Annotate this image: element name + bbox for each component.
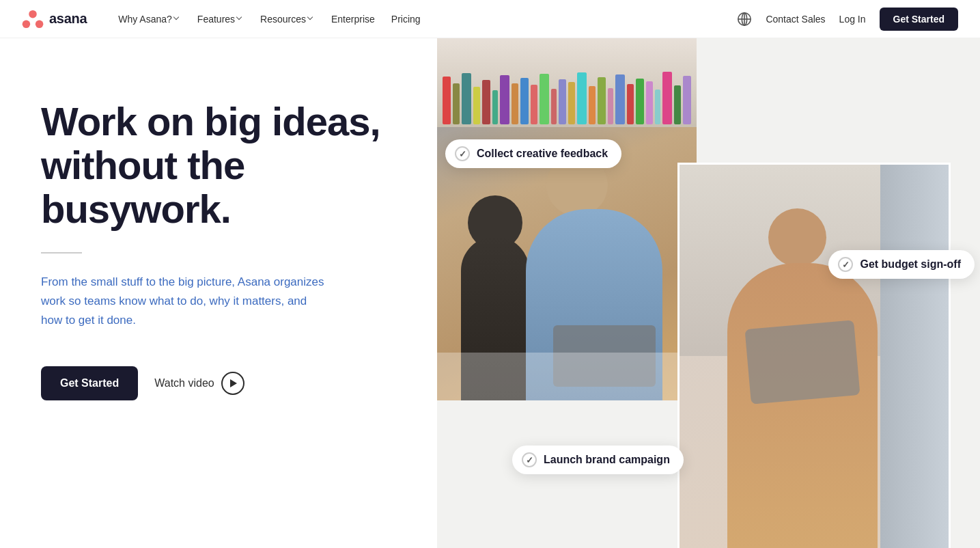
hero-title: Work on big ideas, without the busywork. bbox=[41, 100, 396, 230]
check-icon-campaign: ✓ bbox=[522, 452, 537, 467]
hero-section: Work on big ideas, without the busywork.… bbox=[0, 38, 980, 548]
hero-right: ✓ Collect creative feedback ✓ Get budget… bbox=[437, 38, 980, 548]
nav-links-left: Why Asana? Features Resources Enterprise… bbox=[111, 10, 737, 29]
hero-divider bbox=[41, 252, 82, 254]
photo-collage: ✓ Collect creative feedback ✓ Get budget… bbox=[437, 38, 980, 548]
globe-icon[interactable] bbox=[737, 12, 752, 27]
hero-left: Work on big ideas, without the busywork.… bbox=[0, 38, 437, 548]
svg-point-2 bbox=[36, 20, 44, 28]
play-circle-icon bbox=[221, 372, 244, 395]
nav-features[interactable]: Features bbox=[191, 10, 251, 29]
get-started-nav-button[interactable]: Get Started bbox=[880, 8, 958, 31]
play-triangle-icon bbox=[230, 379, 237, 387]
photo-main bbox=[437, 38, 697, 400]
logo[interactable]: asana bbox=[22, 10, 87, 29]
nav-why-asana[interactable]: Why Asana? bbox=[111, 10, 188, 29]
get-started-hero-button[interactable]: Get Started bbox=[41, 366, 138, 400]
chevron-down-icon bbox=[308, 17, 315, 21]
svg-point-1 bbox=[23, 20, 31, 28]
hero-actions: Get Started Watch video bbox=[41, 366, 396, 400]
chevron-down-icon bbox=[174, 17, 181, 21]
hero-description: From the small stuff to the big picture,… bbox=[41, 273, 328, 330]
check-icon-feedback: ✓ bbox=[455, 146, 470, 161]
nav-right: Contact Sales Log In Get Started bbox=[737, 8, 958, 31]
logo-text: asana bbox=[49, 11, 87, 27]
task-card-feedback: ✓ Collect creative feedback bbox=[445, 139, 621, 168]
watch-video-button[interactable]: Watch video bbox=[154, 372, 244, 395]
task-card-campaign: ✓ Launch brand campaign bbox=[512, 446, 684, 474]
task-card-budget: ✓ Get budget sign-off bbox=[828, 250, 975, 279]
nav-enterprise[interactable]: Enterprise bbox=[324, 10, 382, 29]
navigation: asana Why Asana? Features Resources Ente… bbox=[0, 0, 980, 38]
log-in-link[interactable]: Log In bbox=[839, 14, 866, 25]
nav-resources[interactable]: Resources bbox=[253, 10, 322, 29]
nav-pricing[interactable]: Pricing bbox=[384, 10, 428, 29]
contact-sales-link[interactable]: Contact Sales bbox=[766, 14, 825, 25]
check-icon-budget: ✓ bbox=[838, 257, 853, 272]
photo-secondary bbox=[677, 163, 951, 548]
svg-point-0 bbox=[29, 10, 37, 18]
chevron-down-icon bbox=[237, 17, 244, 21]
